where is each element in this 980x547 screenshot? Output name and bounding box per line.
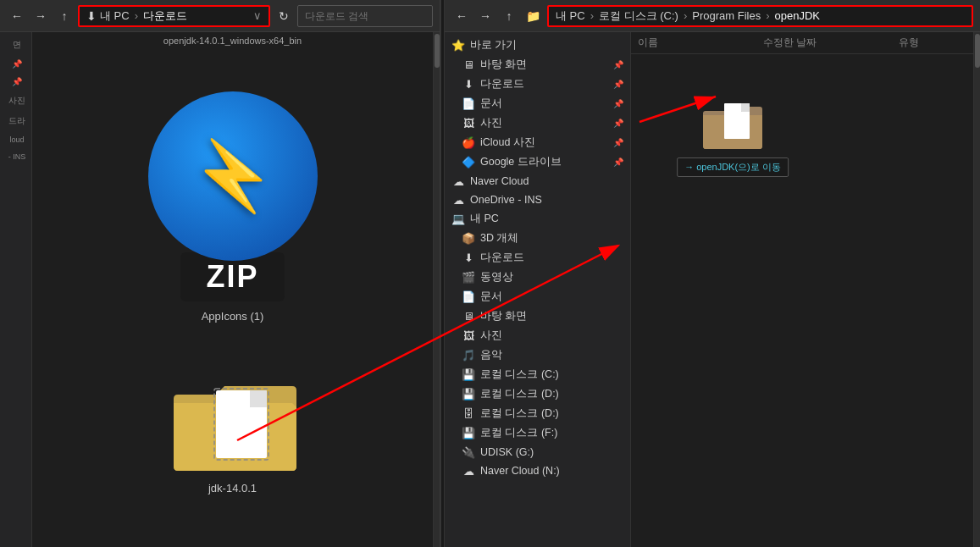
downloads2-icon: ⬇ (462, 251, 475, 265)
left-nav-up[interactable]: ↑ (54, 6, 75, 26)
tree-label-udisk: UDISK (G:) (480, 446, 534, 458)
right-file-area: 이름 수정한 날짜 유형 → (631, 32, 973, 547)
music-icon: 🎵 (462, 349, 475, 362)
tree-item-photos[interactable]: 🖼 사진 📌 (445, 113, 630, 133)
googledrive-icon: 🔷 (462, 156, 475, 169)
tree-item-downloads2[interactable]: ⬇ 다운로드 (445, 248, 630, 268)
tree-item-documents[interactable]: 📄 문서 📌 (445, 94, 630, 113)
localc-icon: 💾 (462, 368, 475, 382)
left-quick-nav: 면 📌 📌 사진 드라 loud - INS (0, 32, 32, 547)
left-path-root: 내 PC (100, 8, 130, 24)
left-path-sep1: › (135, 9, 138, 22)
left-nav-item-4[interactable]: 사진 (0, 91, 31, 110)
tree-label-video: 동영상 (480, 270, 513, 285)
svg-rect-1 (250, 390, 267, 407)
tree-label-desktop: 바탕 화면 (480, 58, 527, 72)
localf-icon: 💾 (462, 427, 475, 440)
address-dropdown-icon[interactable]: ∨ (253, 9, 262, 22)
tree-label-mypassport: 로컬 디스크 (D:) (480, 406, 559, 421)
tree-item-icloud[interactable]: 🍎 iCloud 사진 📌 (445, 133, 630, 152)
tree-item-onedrive[interactable]: ☁ OneDrive - INS (445, 191, 630, 209)
tree-label-photos2: 사진 (480, 329, 502, 343)
tree-label-localf: 로컬 디스크 (F:) (480, 426, 557, 440)
left-main-content: openjdk-14.0.1_windows-x64_bin ⚡ ZIP App… (32, 32, 433, 547)
tree-label-icloud: iCloud 사진 (480, 135, 535, 150)
left-nav-item-5[interactable]: 드라 (0, 112, 31, 130)
tree-item-googledrive[interactable]: 🔷 Google 드라이브 📌 (445, 152, 630, 172)
tree-item-downloads[interactable]: ⬇ 다운로드 📌 (445, 75, 630, 94)
tree-item-navercloudN[interactable]: ☁ Naver Cloud (N:) (445, 461, 630, 480)
tree-label-googledrive: Google 드라이브 (480, 155, 562, 169)
zip-file-icon[interactable]: ⚡ ZIP AppIcons (1) (148, 91, 318, 323)
tree-item-desktop[interactable]: 🖥 바탕 화면 📌 (445, 55, 630, 75)
navercloud-icon: ☁ (451, 174, 465, 188)
left-scroll-thumb[interactable] (435, 34, 440, 68)
tree-item-desktop2[interactable]: 🖥 바탕 화면 (445, 307, 630, 326)
right-scroll-thumb[interactable] (975, 34, 980, 68)
tree-item-mypc[interactable]: 💻 내 PC (445, 209, 630, 229)
openjdk-folder[interactable]: → openJDK(으)로 이동 (699, 97, 767, 152)
tree-label-navercloud: Naver Cloud (470, 175, 529, 187)
zip-text-label: ZIP (206, 259, 258, 294)
tree-item-video[interactable]: 🎬 동영상 (445, 268, 630, 287)
tree-item-3d[interactable]: 📦 3D 개체 (445, 229, 630, 248)
downloads-icon: ⬇ (462, 78, 475, 91)
left-content-area: 면 📌 📌 사진 드라 loud - INS openjdk-14.0.1_wi… (0, 32, 440, 547)
left-nav-item-7[interactable]: - INS (0, 149, 31, 164)
onedrive-icon: ☁ (451, 193, 465, 207)
tree-item-mypassport[interactable]: 🗄 로컬 디스크 (D:) (445, 404, 630, 423)
photos2-icon: 🖼 (462, 329, 475, 343)
tree-label-documents2: 문서 (480, 290, 502, 304)
left-nav-item-1[interactable]: 면 (0, 36, 31, 54)
locald-icon: 💾 (462, 388, 475, 401)
left-nav-item-2[interactable]: 📌 (0, 56, 31, 72)
left-search-input[interactable] (297, 5, 433, 27)
right-nav-forward[interactable]: → (475, 6, 496, 26)
tree-label-music: 음악 (480, 348, 502, 362)
left-panel: ← → ↑ ⬇ 내 PC › 다운로드 ∨ ↻ 면 📌 📌 사진 드라 loud… (0, 0, 440, 547)
mypc-icon: 💻 (451, 213, 465, 226)
col-type-header: 유형 (899, 36, 966, 50)
right-address-path[interactable]: 내 PC › 로컬 디스크 (C:) › Program Files › ope… (547, 5, 973, 27)
col-name-header: 이름 (638, 36, 763, 50)
svg-rect-4 (741, 103, 750, 112)
right-path-root: 내 PC (556, 8, 585, 24)
right-scrollbar[interactable] (973, 32, 980, 547)
udisk-icon: 🔌 (462, 445, 475, 459)
right-nav-back[interactable]: ← (451, 6, 472, 26)
zip-file-name: AppIcons (1) (202, 310, 264, 323)
jdk-folder-icon[interactable]: jdk-14.0.1 (165, 365, 301, 495)
tree-label-downloads: 다운로드 (480, 77, 524, 91)
tree-item-documents2[interactable]: 📄 문서 (445, 287, 630, 307)
left-scrollbar[interactable] (433, 32, 440, 547)
left-nav-item-6[interactable]: loud (0, 132, 31, 147)
left-nav-item-3[interactable]: 📌 (0, 74, 31, 90)
tree-item-navercloud[interactable]: ☁ Naver Cloud (445, 172, 630, 191)
documents2-icon: 📄 (462, 290, 475, 304)
tree-label-localc: 로컬 디스크 (C:) (480, 367, 559, 382)
tree-item-localc[interactable]: 💾 로컬 디스크 (C:) (445, 365, 630, 384)
right-nav-tree: ⭐ 바로 가기 🖥 바탕 화면 📌 ⬇ 다운로드 📌 📄 문서 📌 🖼 사진 (445, 32, 631, 547)
tree-label-quickaccess: 바로 가기 (470, 38, 517, 52)
tree-item-music[interactable]: 🎵 음악 (445, 345, 630, 365)
left-nav-back[interactable]: ← (7, 6, 27, 26)
tree-label-documents: 문서 (480, 97, 502, 111)
3d-icon: 📦 (462, 232, 475, 246)
right-content: ⭐ 바로 가기 🖥 바탕 화면 📌 ⬇ 다운로드 📌 📄 문서 📌 🖼 사진 (445, 32, 980, 547)
right-path-folder1: 로컬 디스크 (C:) (599, 8, 678, 24)
quickaccess-icon: ⭐ (451, 39, 465, 52)
right-nav-up[interactable]: ↑ (499, 6, 519, 26)
desktop2-icon: 🖥 (462, 310, 475, 323)
left-refresh-btn[interactable]: ↻ (274, 6, 294, 26)
tree-label-3d: 3D 개체 (480, 231, 518, 246)
tree-item-localf[interactable]: 💾 로컬 디스크 (F:) (445, 423, 630, 443)
tree-item-photos2[interactable]: 🖼 사진 (445, 326, 630, 345)
left-path-folder: 다운로드 (143, 8, 187, 24)
tree-label-desktop2: 바탕 화면 (480, 309, 527, 323)
tree-item-locald[interactable]: 💾 로컬 디스크 (D:) (445, 384, 630, 404)
left-nav-forward[interactable]: → (30, 6, 51, 26)
tree-item-quickaccess[interactable]: ⭐ 바로 가기 (445, 36, 630, 55)
left-address-path[interactable]: ⬇ 내 PC › 다운로드 ∨ (78, 5, 270, 27)
tree-item-udisk[interactable]: 🔌 UDISK (G:) (445, 443, 630, 461)
col-date-header: 수정한 날짜 (763, 36, 899, 50)
